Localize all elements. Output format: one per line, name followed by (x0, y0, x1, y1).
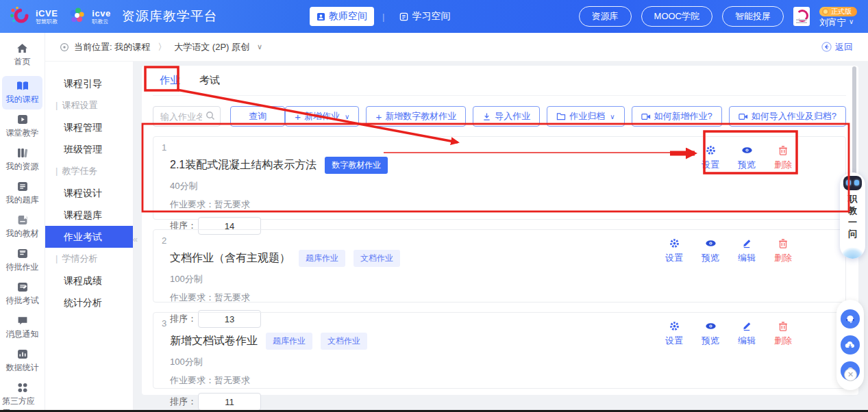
sidebar-item-course-grades[interactable]: 课程成绩 (45, 270, 133, 292)
assistant-label: 职 (848, 193, 857, 205)
nav-learning-space[interactable]: 学习空间 (393, 7, 457, 26)
sidebar-item-course-management[interactable]: 课程管理 (45, 116, 133, 138)
learning-space-icon (399, 12, 408, 21)
teacher-space-icon (317, 12, 325, 21)
robot-icon (843, 176, 862, 190)
rail-item-pending-homework[interactable]: 待批作业 (2, 244, 42, 277)
breadcrumb-course[interactable]: 大学语文 (2P) 原创 (174, 41, 249, 53)
cloud-download-icon (845, 340, 856, 350)
course-caret-icon[interactable]: ∨ (257, 42, 262, 51)
tab-bar: 作业 考试 (153, 66, 846, 96)
message-icon (17, 316, 28, 326)
eye-icon (705, 238, 717, 248)
trash-icon (778, 238, 788, 248)
homework-requirement: 作业要求：暂无要求 (170, 292, 834, 304)
rail-item-home[interactable]: 首页 (2, 38, 42, 72)
sidebar-item-course-question-bank[interactable]: 课程题库 (45, 204, 133, 226)
rail-item-my-courses[interactable]: 我的课程 (2, 76, 42, 110)
rail-item-my-question-bank[interactable]: 我的题库 (2, 177, 42, 210)
nav-teacher-space[interactable]: 教师空间 (310, 7, 374, 26)
sidebar-item-course-guide[interactable]: 课程引导 (45, 73, 133, 94)
resource-library-button[interactable]: 资源库 (579, 6, 632, 27)
delete-action[interactable]: 删除 (774, 145, 792, 171)
homework-row-1: 1 2.1装配式混凝土结构表示方法 数字教材作业 40分制 作业要求：暂无要求 … (153, 136, 846, 220)
rail-item-classroom-teaching[interactable]: 课堂教学 (2, 110, 42, 143)
icve-zhihui-logo-icon (10, 5, 30, 28)
icve-zhihui-logo-text: iCVE 智慧职教 (36, 9, 58, 25)
tab-exam[interactable]: 考试 (199, 74, 220, 87)
edit-action[interactable]: 编辑 (738, 321, 756, 347)
sidebar-section-learning-analysis: |学情分析 (45, 248, 133, 270)
close-floating-icon[interactable]: ✕ (844, 368, 857, 381)
delete-action[interactable]: 删除 (774, 321, 792, 347)
how-to-import-archive-button[interactable]: 如何导入作业及归档? (729, 106, 846, 127)
edit-action[interactable]: 编辑 (738, 238, 756, 264)
pencil-icon (742, 321, 752, 331)
customer-service-button[interactable] (841, 309, 860, 329)
score-system: 40分制 (170, 180, 834, 192)
settings-action[interactable]: 设置 (665, 321, 683, 347)
rail-item-my-textbooks[interactable]: 我的教材 (2, 210, 42, 244)
doc-shortcut-icon[interactable] (793, 7, 810, 26)
breadcrumb: 当前位置: 我的课程 〉 大学语文 (2P) 原创 ∨ (60, 41, 262, 53)
assistant-widget[interactable]: 职 教 一 问 (840, 172, 865, 259)
pending-homework-icon (17, 248, 28, 259)
rail-item-data-statistics[interactable]: 数据统计 (2, 344, 42, 378)
user-caret-icon: ∨ (849, 18, 854, 25)
header-right: 资源库 MOOC学院 智能投屏 正式版 刘宵宁 ∨ (579, 6, 868, 27)
sort-input[interactable] (198, 393, 261, 411)
query-button[interactable]: 查询 (230, 106, 285, 127)
settings-action[interactable]: 设置 (665, 238, 683, 264)
video-icon (641, 113, 651, 120)
header-nav: 教师空间 | 学习空间 (310, 7, 457, 26)
homework-archive-button[interactable]: 作业归档 ∨ (547, 106, 624, 127)
sidebar-section-course-settings: |课程设置 (45, 94, 133, 116)
sidebar-item-course-design[interactable]: 课程设计 (45, 182, 133, 204)
toolbar: 查询 + 新增作业 ∨ + 新增数字教材作业 导入作业 (153, 105, 846, 127)
row-actions: 设置 预览 编辑 (665, 238, 792, 264)
add-homework-button[interactable]: + 新增作业 ∨ (285, 106, 359, 127)
document-homework-tag: 文档作业 (321, 333, 367, 350)
sidebar-item-statistical-analysis[interactable]: 统计分析 (45, 292, 133, 313)
plus-icon: + (375, 112, 382, 122)
document-homework-tag: 文档作业 (354, 250, 400, 267)
trash-icon (778, 145, 788, 155)
search-icon[interactable] (206, 111, 215, 120)
video-icon (739, 113, 748, 120)
icve-zhijiaoyun-logo-icon (67, 6, 86, 27)
sidebar-collapse-icon[interactable]: « (133, 234, 138, 244)
play-square-icon (17, 114, 28, 125)
smart-cast-button[interactable]: 智能投屏 (722, 6, 784, 27)
settings-action[interactable]: 设置 (702, 145, 719, 171)
user-area[interactable]: 正式版 刘宵宁 ∨ (819, 7, 857, 27)
rail-item-my-resources[interactable]: 我的资源 (2, 143, 42, 177)
back-button[interactable]: 返回 (821, 41, 853, 53)
location-pin-icon (60, 42, 69, 52)
homework-panel: 作业 考试 查询 + 新增作业 ∨ + 新增数字教材作业 (142, 66, 858, 395)
assistant-label: 一 (848, 216, 857, 228)
brand-area: iCVE 智慧职教 icve 职教云 资源库教学平台 (0, 5, 218, 28)
preview-action[interactable]: 预览 (702, 238, 719, 264)
gear-icon (706, 145, 716, 155)
row-actions: 设置 预览 编辑 (665, 321, 792, 347)
main-content: 作业 考试 查询 + 新增作业 ∨ + 新增数字教材作业 (134, 62, 868, 410)
digital-textbook-tag: 数字教材作业 (325, 157, 388, 174)
assistant-label: 问 (848, 228, 857, 240)
preview-action[interactable]: 预览 (738, 145, 756, 171)
preview-action[interactable]: 预览 (702, 321, 719, 347)
download-center-button[interactable] (841, 335, 860, 355)
how-to-add-homework-button[interactable]: 如何新增作业? (632, 106, 722, 127)
mooc-academy-button[interactable]: MOOC学院 (641, 6, 712, 27)
tab-homework[interactable]: 作业 (160, 74, 180, 87)
sidebar-item-class-management[interactable]: 班级管理 (45, 138, 133, 160)
rail-item-message-notifications[interactable]: 消息通知 (2, 311, 42, 344)
scrollbar-thumb[interactable] (852, 66, 856, 180)
delete-action[interactable]: 删除 (774, 238, 792, 264)
rail-item-pending-exams[interactable]: 待批考试 (2, 277, 42, 311)
assistant-label: 教 (848, 205, 857, 216)
import-homework-button[interactable]: 导入作业 (473, 106, 540, 127)
search-box (153, 106, 221, 127)
rail-item-third-party-apps[interactable]: 第三方应用 (2, 378, 42, 412)
sidebar-item-homework-exams[interactable]: 作业考试 (45, 226, 133, 248)
add-digital-textbook-homework-button[interactable]: + 新增数字教材作业 (366, 106, 466, 127)
